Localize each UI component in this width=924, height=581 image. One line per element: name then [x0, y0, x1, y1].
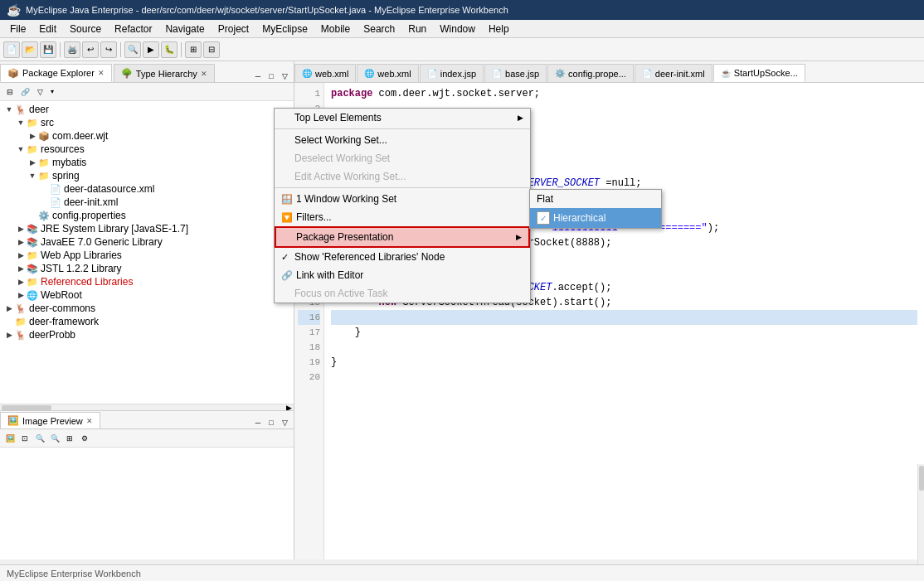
menu-myeclipse[interactable]: MyEclipse [255, 22, 314, 36]
viewmenu-btn[interactable]: ▽ [279, 70, 290, 82]
toggle-mybatis[interactable]: ▶ [27, 158, 38, 167]
toggle-jre[interactable]: ▶ [15, 225, 27, 233]
tree-item-deerinit[interactable]: ▶ 📄 deer-init.xml [0, 196, 294, 209]
tree-item-com-deer-wjt[interactable]: ▶ 📦 com.deer.wjt [0, 129, 294, 143]
toggle-jstl[interactable]: ▶ [15, 264, 27, 273]
menu-show-reflibs[interactable]: ✓ Show 'Referenced Libraries' Node [275, 248, 530, 266]
link-editor-btn[interactable]: 🔗 [18, 85, 32, 99]
preview-btn1[interactable]: 🖼️ [3, 432, 17, 445]
editor-tab-webxml1[interactable]: 🌐 web.xml [294, 64, 356, 82]
collapse-all-btn[interactable]: ⊟ [3, 85, 17, 99]
menu-run[interactable]: Run [401, 22, 433, 36]
toggle-webroot[interactable]: ▶ [15, 291, 27, 299]
toolbar-print[interactable]: 🖨️ [64, 41, 80, 58]
preview-zoom-out[interactable]: 🔍 [48, 432, 61, 445]
tree-item-spring[interactable]: ▼ 📁 spring [0, 169, 294, 182]
tab-package-explorer-close[interactable]: ✕ [98, 69, 105, 77]
preview-vscroll-thumb[interactable] [919, 466, 924, 491]
tab-image-preview[interactable]: 🖼️ Image Preview ✕ [0, 412, 100, 428]
toggle-deercommons[interactable]: ▶ [3, 304, 15, 312]
tree-item-deerframework[interactable]: ▶ 📁 deer-framework [0, 315, 294, 328]
minimize-btn[interactable]: ─ [252, 70, 264, 82]
toggle-deer[interactable]: ▼ [3, 105, 15, 114]
tree-item-deer[interactable]: ▼ 🦌 deer [0, 103, 294, 116]
tab-package-explorer[interactable]: 📦 Package Explorer ✕ [0, 64, 112, 82]
startup-tab-label: StartUpSocke... [734, 68, 798, 78]
editor-tab-startup[interactable]: ☕ StartUpSocke... [713, 64, 805, 82]
toggle-resources[interactable]: ▼ [15, 145, 27, 153]
preview-actual[interactable]: ⊞ [63, 432, 76, 445]
tree-item-reflibs[interactable]: ▶ 📁 Referenced Libraries [0, 275, 294, 288]
tree-item-jstl[interactable]: ▶ 📚 JSTL 1.2.2 Library [0, 262, 294, 275]
menu-link-editor[interactable]: 🔗 Link with Editor [275, 266, 530, 284]
menu-window[interactable]: Window [433, 22, 482, 36]
toggle-reflibs[interactable]: ▶ [15, 278, 27, 286]
toolbar-view[interactable]: ⊟ [203, 41, 220, 58]
tree-hscroll-thumb[interactable] [2, 405, 51, 410]
preview-settings[interactable]: ⚙ [78, 432, 91, 445]
preview-maximize[interactable]: □ [265, 417, 277, 428]
submenu-hierarchical[interactable]: ✓ Hierarchical [530, 208, 661, 228]
tree-item-deercommons[interactable]: ▶ 🦌 deer-commons [0, 302, 294, 315]
toggle-com[interactable]: ▶ [27, 132, 38, 140]
tree-dropdown-arrow[interactable]: ▾ [48, 85, 56, 99]
menu-package-presentation[interactable]: Package Presentation ▶ [275, 226, 530, 248]
menu-navigate[interactable]: Navigate [158, 22, 211, 36]
preview-toolbar: 🖼️ ⊡ 🔍 🔍 ⊞ ⚙ [0, 429, 294, 448]
preview-minimize[interactable]: ─ [252, 417, 264, 428]
menu-window-working-set[interactable]: 🪟 1 Window Working Set [275, 190, 530, 208]
tree-item-mybatis[interactable]: ▶ 📁 mybatis [0, 156, 294, 169]
maximize-btn[interactable]: □ [265, 70, 277, 82]
editor-tab-config[interactable]: ⚙️ config.prope... [547, 64, 634, 82]
menu-project[interactable]: Project [212, 22, 255, 36]
editor-tab-webxml2[interactable]: 🌐 web.xml [357, 64, 418, 82]
editor-tab-base-jsp[interactable]: 📄 base.jsp [484, 64, 547, 82]
menu-mobile[interactable]: Mobile [314, 22, 357, 36]
menu-select-working-set[interactable]: Select Working Set... [275, 131, 530, 149]
image-preview-close[interactable]: ✕ [86, 417, 93, 425]
submenu-flat[interactable]: Flat [530, 190, 661, 208]
tree-item-webroot[interactable]: ▶ 🌐 WebRoot [0, 288, 294, 302]
editor-tab-deerinit[interactable]: 📄 deer-init.xml [635, 64, 712, 82]
toolbar-perspective[interactable]: ⊞ [185, 41, 202, 58]
toggle-spring[interactable]: ▼ [27, 172, 38, 180]
tree-hscroll[interactable]: ▶ [0, 404, 294, 410]
toolbar-run[interactable]: ▶ [143, 41, 159, 58]
editor-tab-index-jsp[interactable]: 📄 index.jsp [420, 64, 484, 82]
menu-search[interactable]: Search [357, 22, 401, 36]
tab-type-hierarchy-close[interactable]: ✕ [201, 70, 207, 78]
toolbar-debug[interactable]: 🐛 [161, 41, 178, 58]
toolbar-redo[interactable]: ↪ [100, 41, 117, 58]
tree-item-jre[interactable]: ▶ 📚 JRE System Library [JavaSE-1.7] [0, 222, 294, 235]
menu-edit[interactable]: Edit [32, 22, 63, 36]
menu-source[interactable]: Source [63, 22, 108, 36]
toggle-javaee[interactable]: ▶ [15, 238, 27, 246]
menu-help[interactable]: Help [482, 22, 516, 36]
tab-type-hierarchy[interactable]: 🌳 Type Hierarchy ✕ [114, 64, 215, 82]
tree-content[interactable]: ▼ 🦌 deer ▼ 📁 src ▶ 📦 com.deer.wjt ▼ [0, 101, 294, 404]
toggle-deerprobb[interactable]: ▶ [3, 331, 15, 339]
toolbar-undo[interactable]: ↩ [82, 41, 99, 58]
tree-item-src[interactable]: ▼ 📁 src [0, 116, 294, 129]
toggle-src[interactable]: ▼ [15, 119, 27, 127]
preview-zoom-fit[interactable]: ⊡ [18, 432, 32, 445]
tree-item-resources[interactable]: ▼ 📁 resources [0, 143, 294, 156]
preview-menu[interactable]: ▽ [279, 417, 290, 428]
menu-file[interactable]: File [3, 22, 32, 36]
menu-filters[interactable]: 🔽 Filters... [275, 208, 530, 226]
tree-filter-btn[interactable]: ▽ [33, 85, 46, 99]
tree-item-config[interactable]: ▶ ⚙️ config.properties [0, 209, 294, 222]
toolbar-save[interactable]: 💾 [40, 41, 56, 58]
tree-item-deerprobb[interactable]: ▶ 🦌 deerProbb [0, 328, 294, 341]
toolbar-search[interactable]: 🔍 [124, 41, 141, 58]
toolbar-open[interactable]: 📂 [22, 41, 38, 58]
preview-vscroll[interactable] [917, 464, 924, 572]
toolbar-new[interactable]: 📄 [3, 41, 20, 58]
menu-top-level-elements[interactable]: Top Level Elements ▶ [275, 109, 530, 127]
toggle-webapp[interactable]: ▶ [15, 251, 27, 259]
preview-zoom-in[interactable]: 🔍 [33, 432, 46, 445]
tree-item-datasource[interactable]: ▶ 📄 deer-datasource.xml [0, 182, 294, 196]
tree-item-javaee[interactable]: ▶ 📚 JavaEE 7.0 Generic Library [0, 235, 294, 249]
tree-item-webapp[interactable]: ▶ 📁 Web App Libraries [0, 249, 294, 262]
menu-refactor[interactable]: Refactor [108, 22, 158, 36]
